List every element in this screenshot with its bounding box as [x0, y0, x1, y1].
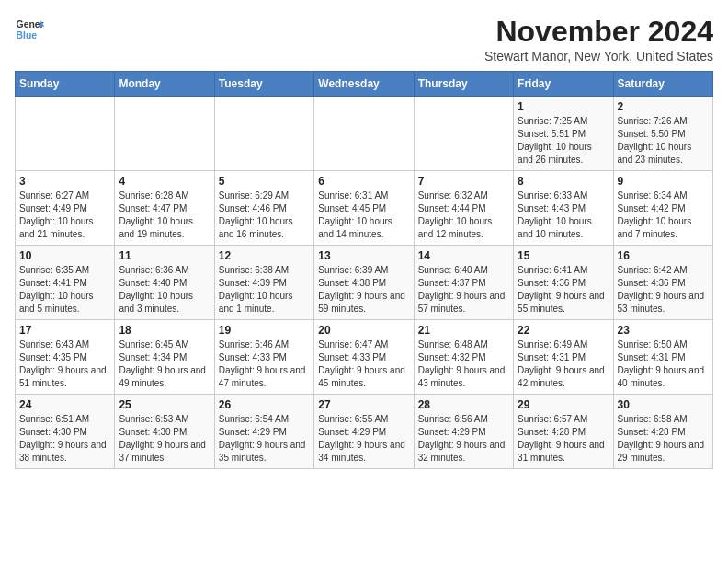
- day-info: Sunrise: 6:50 AM Sunset: 4:31 PM Dayligh…: [618, 339, 709, 390]
- day-info: Sunrise: 6:47 AM Sunset: 4:33 PM Dayligh…: [318, 339, 409, 390]
- day-info: Sunrise: 6:42 AM Sunset: 4:36 PM Dayligh…: [618, 264, 709, 316]
- day-info: Sunrise: 6:56 AM Sunset: 4:29 PM Dayligh…: [418, 413, 509, 465]
- calendar-cell: 10Sunrise: 6:35 AM Sunset: 4:41 PM Dayli…: [16, 246, 115, 320]
- calendar-cell: 30Sunrise: 6:58 AM Sunset: 4:28 PM Dayli…: [613, 395, 712, 469]
- day-info: Sunrise: 6:46 AM Sunset: 4:33 PM Dayligh…: [219, 339, 310, 390]
- day-number: 10: [19, 249, 110, 262]
- day-header-saturday: Saturday: [613, 72, 712, 97]
- day-info: Sunrise: 6:38 AM Sunset: 4:39 PM Dayligh…: [219, 264, 310, 316]
- day-info: Sunrise: 6:29 AM Sunset: 4:46 PM Dayligh…: [219, 190, 310, 241]
- day-number: 27: [318, 398, 409, 411]
- day-number: 9: [618, 175, 709, 188]
- day-number: 18: [119, 324, 210, 337]
- day-info: Sunrise: 7:26 AM Sunset: 5:50 PM Dayligh…: [618, 115, 709, 167]
- calendar-cell: 22Sunrise: 6:49 AM Sunset: 4:31 PM Dayli…: [514, 320, 613, 395]
- day-info: Sunrise: 6:55 AM Sunset: 4:29 PM Dayligh…: [318, 413, 409, 465]
- day-number: 13: [318, 249, 409, 262]
- day-info: Sunrise: 6:54 AM Sunset: 4:29 PM Dayligh…: [219, 413, 310, 465]
- day-number: 1: [518, 100, 609, 113]
- day-info: Sunrise: 6:36 AM Sunset: 4:40 PM Dayligh…: [119, 264, 210, 316]
- day-number: 15: [518, 249, 609, 262]
- day-number: 22: [518, 324, 609, 337]
- calendar-cell: 29Sunrise: 6:57 AM Sunset: 4:28 PM Dayli…: [514, 395, 613, 469]
- calendar-cell: 2Sunrise: 7:26 AM Sunset: 5:50 PM Daylig…: [613, 97, 712, 171]
- day-info: Sunrise: 6:33 AM Sunset: 4:43 PM Dayligh…: [518, 190, 609, 241]
- day-number: 21: [418, 324, 509, 337]
- calendar-cell: [115, 97, 214, 171]
- calendar-week-5: 24Sunrise: 6:51 AM Sunset: 4:30 PM Dayli…: [16, 395, 713, 469]
- day-info: Sunrise: 6:41 AM Sunset: 4:36 PM Dayligh…: [518, 264, 609, 316]
- calendar-cell: [314, 97, 414, 171]
- day-info: Sunrise: 6:31 AM Sunset: 4:45 PM Dayligh…: [318, 190, 409, 241]
- calendar-cell: [16, 97, 115, 171]
- calendar-table: SundayMondayTuesdayWednesdayThursdayFrid…: [15, 71, 713, 469]
- svg-text:Blue: Blue: [17, 30, 38, 40]
- day-number: 7: [418, 175, 509, 188]
- day-info: Sunrise: 6:49 AM Sunset: 4:31 PM Dayligh…: [518, 339, 609, 390]
- day-number: 26: [219, 398, 310, 411]
- day-header-friday: Friday: [514, 72, 613, 97]
- calendar-cell: 25Sunrise: 6:53 AM Sunset: 4:30 PM Dayli…: [115, 395, 214, 469]
- logo-icon: General Blue: [15, 15, 44, 44]
- calendar-cell: 24Sunrise: 6:51 AM Sunset: 4:30 PM Dayli…: [16, 395, 115, 469]
- day-number: 20: [318, 324, 409, 337]
- day-info: Sunrise: 6:53 AM Sunset: 4:30 PM Dayligh…: [119, 413, 210, 465]
- calendar-cell: 27Sunrise: 6:55 AM Sunset: 4:29 PM Dayli…: [314, 395, 414, 469]
- calendar-cell: 1Sunrise: 7:25 AM Sunset: 5:51 PM Daylig…: [514, 97, 613, 171]
- day-number: 3: [19, 175, 110, 188]
- day-info: Sunrise: 6:51 AM Sunset: 4:30 PM Dayligh…: [19, 413, 110, 465]
- calendar-cell: [214, 97, 313, 171]
- calendar-cell: 5Sunrise: 6:29 AM Sunset: 4:46 PM Daylig…: [214, 171, 313, 246]
- calendar-cell: 9Sunrise: 6:34 AM Sunset: 4:42 PM Daylig…: [613, 171, 712, 246]
- day-number: 14: [418, 249, 509, 262]
- calendar-week-1: 1Sunrise: 7:25 AM Sunset: 5:51 PM Daylig…: [16, 97, 713, 171]
- calendar-cell: 11Sunrise: 6:36 AM Sunset: 4:40 PM Dayli…: [115, 246, 214, 320]
- day-header-monday: Monday: [115, 72, 214, 97]
- day-info: Sunrise: 6:32 AM Sunset: 4:44 PM Dayligh…: [418, 190, 509, 241]
- day-info: Sunrise: 6:28 AM Sunset: 4:47 PM Dayligh…: [119, 190, 210, 241]
- day-number: 6: [318, 175, 409, 188]
- day-header-wednesday: Wednesday: [314, 72, 414, 97]
- day-info: Sunrise: 6:40 AM Sunset: 4:37 PM Dayligh…: [418, 264, 509, 316]
- calendar-cell: 17Sunrise: 6:43 AM Sunset: 4:35 PM Dayli…: [16, 320, 115, 395]
- calendar-cell: 7Sunrise: 6:32 AM Sunset: 4:44 PM Daylig…: [414, 171, 513, 246]
- day-header-tuesday: Tuesday: [214, 72, 313, 97]
- calendar-week-3: 10Sunrise: 6:35 AM Sunset: 4:41 PM Dayli…: [16, 246, 713, 320]
- day-number: 19: [219, 324, 310, 337]
- location-title: Stewart Manor, New York, United States: [484, 49, 713, 63]
- day-number: 11: [119, 249, 210, 262]
- day-info: Sunrise: 6:45 AM Sunset: 4:34 PM Dayligh…: [119, 339, 210, 390]
- calendar-cell: [414, 97, 513, 171]
- day-info: Sunrise: 6:39 AM Sunset: 4:38 PM Dayligh…: [318, 264, 409, 316]
- day-number: 29: [518, 398, 609, 411]
- calendar-cell: 20Sunrise: 6:47 AM Sunset: 4:33 PM Dayli…: [314, 320, 414, 395]
- calendar-cell: 21Sunrise: 6:48 AM Sunset: 4:32 PM Dayli…: [414, 320, 513, 395]
- calendar-cell: 12Sunrise: 6:38 AM Sunset: 4:39 PM Dayli…: [214, 246, 313, 320]
- day-number: 28: [418, 398, 509, 411]
- calendar-cell: 13Sunrise: 6:39 AM Sunset: 4:38 PM Dayli…: [314, 246, 414, 320]
- day-info: Sunrise: 6:34 AM Sunset: 4:42 PM Dayligh…: [618, 190, 709, 241]
- day-number: 30: [618, 398, 709, 411]
- day-number: 2: [618, 100, 709, 113]
- calendar-cell: 4Sunrise: 6:28 AM Sunset: 4:47 PM Daylig…: [115, 171, 214, 246]
- day-number: 8: [518, 175, 609, 188]
- day-info: Sunrise: 6:57 AM Sunset: 4:28 PM Dayligh…: [518, 413, 609, 465]
- day-info: Sunrise: 6:43 AM Sunset: 4:35 PM Dayligh…: [19, 339, 110, 390]
- calendar-week-2: 3Sunrise: 6:27 AM Sunset: 4:49 PM Daylig…: [16, 171, 713, 246]
- calendar-cell: 16Sunrise: 6:42 AM Sunset: 4:36 PM Dayli…: [613, 246, 712, 320]
- day-number: 17: [19, 324, 110, 337]
- calendar-cell: 18Sunrise: 6:45 AM Sunset: 4:34 PM Dayli…: [115, 320, 214, 395]
- calendar-cell: 3Sunrise: 6:27 AM Sunset: 4:49 PM Daylig…: [16, 171, 115, 246]
- title-area: November 2024 Stewart Manor, New York, U…: [484, 15, 713, 63]
- day-info: Sunrise: 6:58 AM Sunset: 4:28 PM Dayligh…: [618, 413, 709, 465]
- calendar-body: 1Sunrise: 7:25 AM Sunset: 5:51 PM Daylig…: [16, 97, 713, 469]
- calendar-cell: 6Sunrise: 6:31 AM Sunset: 4:45 PM Daylig…: [314, 171, 414, 246]
- logo: General Blue: [15, 15, 44, 44]
- day-number: 12: [219, 249, 310, 262]
- calendar-cell: 28Sunrise: 6:56 AM Sunset: 4:29 PM Dayli…: [414, 395, 513, 469]
- calendar-cell: 19Sunrise: 6:46 AM Sunset: 4:33 PM Dayli…: [214, 320, 313, 395]
- day-info: Sunrise: 7:25 AM Sunset: 5:51 PM Dayligh…: [518, 115, 609, 167]
- day-number: 5: [219, 175, 310, 188]
- calendar-week-4: 17Sunrise: 6:43 AM Sunset: 4:35 PM Dayli…: [16, 320, 713, 395]
- day-header-thursday: Thursday: [414, 72, 513, 97]
